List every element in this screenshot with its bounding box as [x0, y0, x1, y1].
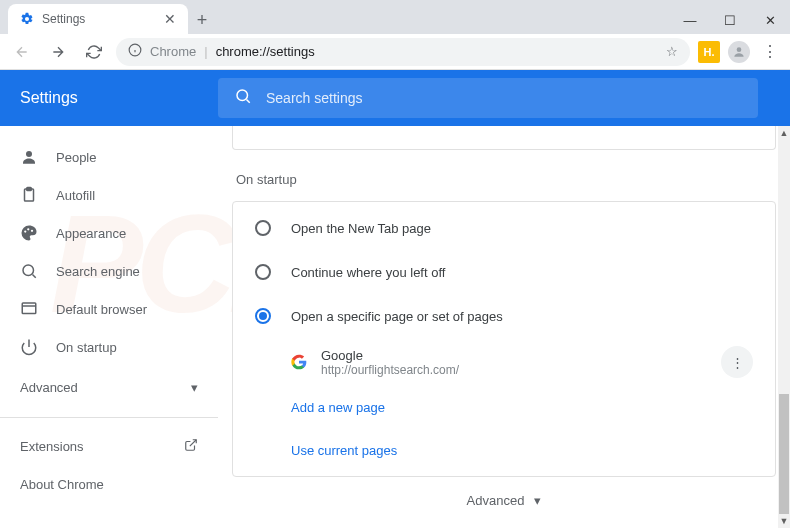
sidebar-advanced-toggle[interactable]: Advanced ▾ [0, 366, 218, 409]
radio-icon [255, 264, 271, 280]
window-controls: — ☐ ✕ [670, 6, 790, 34]
sidebar-item-appearance[interactable]: Appearance [0, 214, 218, 252]
radio-new-tab[interactable]: Open the New Tab page [233, 206, 775, 250]
sidebar-item-default-browser[interactable]: Default browser [0, 290, 218, 328]
page-title: Settings [20, 89, 198, 107]
back-button[interactable] [8, 38, 36, 66]
sidebar-item-search-engine[interactable]: Search engine [0, 252, 218, 290]
radio-label: Continue where you left off [291, 265, 445, 280]
url-scheme: Chrome [150, 44, 196, 59]
startup-card: Open the New Tab page Continue where you… [232, 201, 776, 477]
browser-icon [20, 300, 38, 318]
radio-specific-pages[interactable]: Open a specific page or set of pages [233, 294, 775, 338]
gear-icon [20, 12, 34, 26]
settings-header: Settings [0, 70, 790, 126]
external-link-icon [184, 438, 198, 455]
advanced-footer-toggle[interactable]: Advanced ▾ [232, 477, 776, 516]
sidebar-item-label: On startup [56, 340, 117, 355]
svg-point-3 [737, 47, 742, 52]
startup-page-entry: Google http://ourflightsearch.com/ ⋮ [233, 338, 775, 386]
svg-point-6 [26, 151, 32, 157]
sidebar-item-label: Extensions [20, 439, 84, 454]
minimize-button[interactable]: — [670, 6, 710, 34]
url-path: chrome://settings [216, 44, 315, 59]
new-tab-button[interactable]: + [188, 6, 216, 34]
svg-line-5 [246, 99, 249, 102]
search-settings-box[interactable] [218, 78, 758, 118]
radio-icon [255, 220, 271, 236]
extension-badge[interactable]: H. [698, 41, 720, 63]
sidebar-item-label: About Chrome [20, 477, 104, 492]
person-icon [20, 148, 38, 166]
use-current-pages-link[interactable]: Use current pages [233, 429, 775, 472]
chevron-down-icon: ▾ [534, 493, 541, 508]
content-area: On startup Open the New Tab page Continu… [218, 126, 790, 528]
vertical-scrollbar[interactable]: ▲ ▼ [778, 126, 790, 528]
advanced-footer-label: Advanced [467, 493, 525, 508]
sidebar-item-extensions[interactable]: Extensions [0, 426, 218, 467]
section-title: On startup [236, 172, 776, 187]
sidebar-item-people[interactable]: People [0, 138, 218, 176]
chevron-down-icon: ▾ [191, 380, 198, 395]
sidebar-separator [0, 417, 218, 418]
svg-rect-14 [22, 303, 36, 314]
browser-menu-button[interactable]: ⋮ [758, 40, 782, 64]
sidebar-item-autofill[interactable]: Autofill [0, 176, 218, 214]
main-area: People Autofill Appearance Search engine… [0, 126, 790, 528]
svg-point-10 [27, 228, 29, 230]
svg-line-13 [32, 274, 35, 277]
sidebar-advanced-label: Advanced [20, 380, 78, 395]
maximize-button[interactable]: ☐ [710, 6, 750, 34]
info-icon [128, 43, 142, 60]
radio-label: Open the New Tab page [291, 221, 431, 236]
page-entry-menu-button[interactable]: ⋮ [721, 346, 753, 378]
sidebar-item-on-startup[interactable]: On startup [0, 328, 218, 366]
radio-label: Open a specific page or set of pages [291, 309, 503, 324]
search-icon [234, 87, 252, 109]
page-entry-url: http://ourflightsearch.com/ [321, 363, 707, 377]
page-entry-title: Google [321, 348, 707, 363]
bookmark-star-icon[interactable]: ☆ [666, 44, 678, 59]
sidebar-item-label: Autofill [56, 188, 95, 203]
omnibox[interactable]: Chrome | chrome://settings ☆ [116, 38, 690, 66]
svg-point-12 [23, 265, 34, 276]
close-icon[interactable]: ✕ [164, 11, 176, 27]
clipboard-icon [20, 186, 38, 204]
sidebar-item-label: Appearance [56, 226, 126, 241]
profile-avatar[interactable] [728, 41, 750, 63]
window-close-button[interactable]: ✕ [750, 6, 790, 34]
sidebar-item-about[interactable]: About Chrome [0, 467, 218, 502]
search-input[interactable] [266, 90, 742, 106]
search-icon [20, 262, 38, 280]
page-entry-meta: Google http://ourflightsearch.com/ [321, 348, 707, 377]
sidebar-item-label: People [56, 150, 96, 165]
previous-card-stub [232, 126, 776, 150]
svg-rect-8 [27, 188, 32, 191]
sidebar-item-label: Default browser [56, 302, 147, 317]
add-new-page-link[interactable]: Add a new page [233, 386, 775, 429]
sidebar-item-label: Search engine [56, 264, 140, 279]
svg-point-9 [24, 230, 26, 232]
forward-button[interactable] [44, 38, 72, 66]
palette-icon [20, 224, 38, 242]
sidebar: People Autofill Appearance Search engine… [0, 126, 218, 528]
google-favicon-icon [291, 354, 307, 370]
radio-continue[interactable]: Continue where you left off [233, 250, 775, 294]
address-bar: Chrome | chrome://settings ☆ H. ⋮ [0, 34, 790, 70]
radio-icon [255, 308, 271, 324]
browser-tab[interactable]: Settings ✕ [8, 4, 188, 34]
scroll-down-arrow-icon[interactable]: ▼ [778, 514, 790, 528]
svg-point-11 [31, 230, 33, 232]
svg-point-4 [237, 90, 248, 101]
scroll-up-arrow-icon[interactable]: ▲ [778, 126, 790, 140]
reload-button[interactable] [80, 38, 108, 66]
window-titlebar: Settings ✕ + — ☐ ✕ [0, 0, 790, 34]
scrollbar-thumb[interactable] [779, 394, 789, 514]
svg-line-17 [190, 440, 196, 446]
power-icon [20, 338, 38, 356]
tab-title: Settings [42, 12, 85, 26]
